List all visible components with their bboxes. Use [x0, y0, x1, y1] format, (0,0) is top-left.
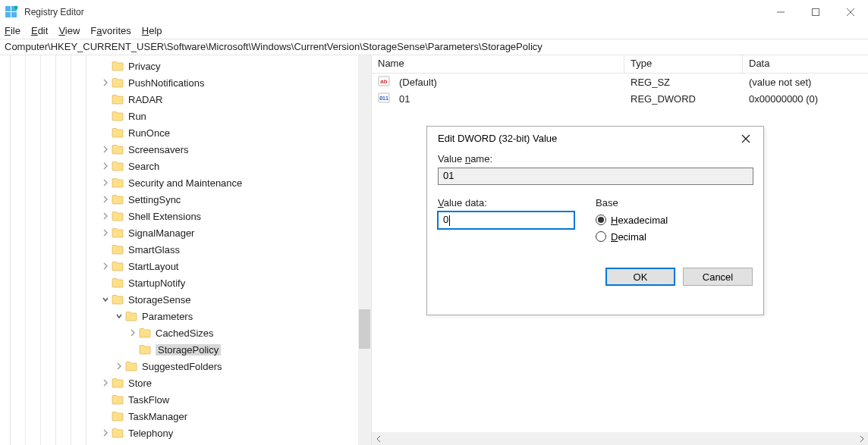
value-name-input[interactable]: 01 [438, 168, 753, 185]
col-name[interactable]: Name [372, 55, 624, 73]
tree-item[interactable]: Search [0, 158, 358, 174]
tree-item[interactable]: SmartGlass [0, 241, 358, 258]
chevron-right-icon[interactable] [100, 428, 111, 438]
value-icon: 011 [372, 92, 393, 106]
tree-item[interactable]: StartupNotify [0, 274, 358, 291]
chevron-down-icon[interactable] [114, 311, 124, 321]
chevron-right-icon[interactable] [100, 378, 111, 388]
menu-bar: File Edit View Favorites Help [0, 24, 868, 39]
tree-item[interactable]: Privacy [0, 58, 358, 74]
menu-help[interactable]: Help [142, 25, 162, 36]
chevron-right-icon[interactable] [100, 211, 111, 221]
edit-dword-dialog: Edit DWORD (32-bit) Value Value name: 01… [426, 126, 764, 315]
tree-item[interactable]: Parameters [0, 308, 358, 324]
hscroll-left-icon[interactable] [372, 432, 385, 445]
tree-item-label: SignalManager [128, 227, 194, 239]
tree-item[interactable]: TaskManager [0, 408, 358, 425]
radio-hexadecimal[interactable]: Hexadecimal [596, 212, 668, 228]
tree-item-label: StorageSense [128, 294, 190, 306]
radio-decimal[interactable]: Decimal [596, 228, 668, 245]
tree-item-label: Screensavers [128, 144, 188, 155]
tree-item[interactable]: TaskFlow [0, 391, 358, 408]
chevron-right-icon[interactable] [100, 261, 111, 271]
value-icon: ab [372, 75, 393, 89]
tree-item[interactable]: Telephony [0, 425, 358, 441]
tree-item[interactable]: CachedSizes [0, 324, 358, 341]
tree-scrollbar[interactable] [358, 55, 371, 445]
cancel-button[interactable]: Cancel [683, 268, 753, 286]
maximize-button[interactable] [798, 0, 833, 24]
tree-item-label: Shell Extensions [128, 211, 201, 222]
cell-type: REG_SZ [624, 77, 743, 88]
title-bar: Registry Editor [0, 0, 868, 24]
chevron-right-icon[interactable] [100, 194, 111, 205]
ok-button[interactable]: OK [605, 268, 675, 286]
value-name-label: Value name: [438, 153, 753, 165]
col-data[interactable]: Data [743, 55, 868, 73]
tree-item-label: CachedSizes [156, 327, 214, 339]
tree-item[interactable]: Screensavers [0, 141, 358, 158]
tree-item[interactable]: Store [0, 374, 358, 391]
chevron-right-icon[interactable] [100, 177, 111, 188]
svg-text:ab: ab [380, 78, 387, 85]
list-row[interactable]: ab(Default)REG_SZ(value not set) [372, 74, 868, 90]
tree-item-label: Parameters [142, 311, 193, 322]
tree-item[interactable]: Run [0, 108, 358, 124]
tree-item-label: TaskManager [128, 411, 187, 422]
dialog-title: Edit DWORD (32-bit) Value [438, 133, 557, 144]
tree-item[interactable]: RADAR [0, 91, 358, 108]
list-row[interactable]: 01101REG_DWORD0x00000000 (0) [372, 90, 868, 107]
chevron-right-icon[interactable] [127, 327, 138, 338]
cell-name: 01 [393, 93, 624, 105]
tree-item-label: StoragePolicy [156, 344, 221, 356]
col-type[interactable]: Type [624, 55, 743, 73]
value-data-label: Value data: [438, 197, 574, 208]
chevron-right-icon[interactable] [100, 77, 111, 88]
radio-icon [596, 215, 606, 225]
tree-item-label: SettingSync [128, 194, 181, 205]
tree-item-label: Telephony [128, 428, 173, 439]
svg-rect-2 [5, 12, 11, 17]
tree-item[interactable]: StartLayout [0, 258, 358, 274]
tree-item-label: RunOnce [128, 127, 170, 139]
tree-item[interactable]: StoragePolicy [0, 341, 358, 358]
dialog-close-button[interactable] [736, 129, 756, 149]
menu-edit[interactable]: Edit [31, 25, 48, 36]
chevron-right-icon[interactable] [100, 161, 111, 171]
chevron-right-icon[interactable] [100, 227, 111, 238]
list-hscrollbar[interactable] [372, 432, 868, 445]
tree-item[interactable]: PushNotifications [0, 74, 358, 91]
menu-view[interactable]: View [58, 25, 80, 36]
chevron-down-icon[interactable] [100, 294, 111, 305]
menu-favorites[interactable]: Favorites [90, 25, 131, 36]
svg-text:011: 011 [379, 96, 388, 101]
tree-item[interactable]: SettingSync [0, 191, 358, 208]
window-title: Registry Editor [24, 7, 84, 17]
minimize-button[interactable] [763, 0, 798, 24]
tree-item[interactable]: SignalManager [0, 224, 358, 241]
svg-rect-0 [5, 6, 11, 11]
chevron-right-icon[interactable] [114, 361, 124, 371]
chevron-right-icon[interactable] [100, 144, 111, 155]
tree-item[interactable]: Shell Extensions [0, 208, 358, 224]
svg-point-4 [14, 5, 18, 9]
cell-data: 0x00000000 (0) [743, 93, 864, 105]
value-data-input[interactable]: 0 [438, 212, 574, 229]
tree-item-label: RADAR [128, 94, 163, 105]
tree-item[interactable]: Security and Maintenance [0, 174, 358, 191]
base-group-label: Base [596, 197, 668, 208]
tree-item[interactable]: StorageSense [0, 291, 358, 308]
tree-item-label: PushNotifications [128, 77, 204, 89]
hscroll-right-icon[interactable] [855, 432, 868, 445]
close-button[interactable] [833, 0, 868, 24]
cell-data: (value not set) [743, 77, 864, 88]
menu-file[interactable]: File [5, 25, 20, 36]
cell-name: (Default) [393, 77, 624, 88]
tree-scrollbar-thumb[interactable] [359, 309, 370, 349]
address-bar[interactable]: Computer\HKEY_CURRENT_USER\Software\Micr… [0, 39, 868, 55]
svg-rect-3 [11, 12, 17, 17]
list-columns: Name Type Data [372, 55, 868, 74]
tree-item-label: Search [128, 161, 159, 172]
tree-item[interactable]: RunOnce [0, 124, 358, 141]
tree-item[interactable]: SuggestedFolders [0, 358, 358, 374]
